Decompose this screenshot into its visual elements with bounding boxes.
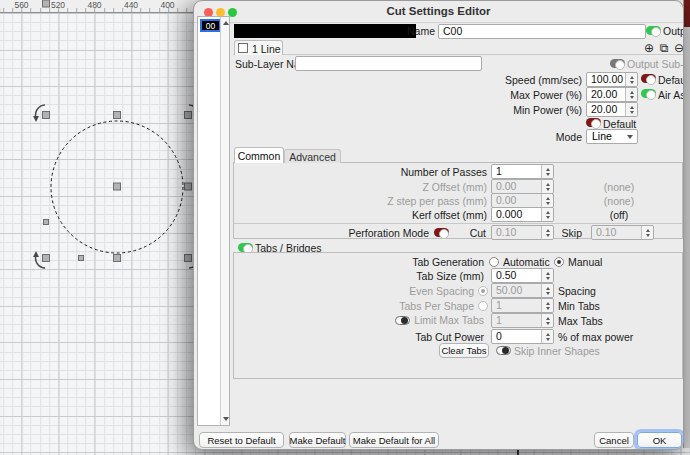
spinner[interactable] (541, 180, 553, 193)
limit-max-tabs-input[interactable]: 1 (491, 313, 554, 328)
selection-overlay (0, 0, 196, 455)
spinner[interactable] (541, 194, 553, 207)
cancel-button[interactable]: Cancel (594, 432, 634, 448)
spinner[interactable] (541, 226, 553, 239)
spinner[interactable] (625, 103, 637, 116)
handle-top-right[interactable] (185, 112, 192, 119)
background-window-titlebar (684, 0, 690, 27)
ok-button[interactable]: OK (637, 432, 682, 448)
cut-settings-editor-dialog: Cut Settings Editor 00 Name C00 Output 1… (193, 0, 684, 450)
limit-max-tabs-row: Limit Max Tabs (395, 314, 484, 326)
even-spacing-radio[interactable] (478, 286, 488, 296)
speed-default-toggle[interactable] (641, 74, 656, 83)
z-step-label: Z step per pass (mm) (387, 194, 487, 208)
sublayer-tab[interactable]: 1 Line (234, 40, 283, 55)
handle-center[interactable] (114, 183, 121, 190)
limit-max-tabs-toggle[interactable] (395, 316, 410, 325)
handle-mid-left[interactable] (43, 0, 50, 7)
handle-bottom-right[interactable] (185, 255, 192, 262)
min-power-label: Min Power (%) (513, 103, 582, 117)
cut-input[interactable]: 0.10 (491, 225, 554, 240)
skip-inner-shapes-toggle[interactable] (496, 346, 511, 355)
perforation-divider (234, 223, 682, 224)
handle-mid-right[interactable] (185, 183, 192, 190)
handle-bottom-left[interactable] (43, 255, 50, 262)
z-offset-status: (none) (592, 180, 646, 194)
automatic-label: Automatic (503, 255, 550, 269)
sublayer-name-input[interactable] (295, 56, 482, 71)
spinner[interactable] (625, 73, 637, 86)
output-label: Output (663, 24, 684, 38)
even-spacing-label: Even Spacing (409, 284, 474, 298)
add-sublayer-icon[interactable]: ⊕ (642, 41, 656, 55)
passes-input[interactable]: 1 (491, 164, 554, 179)
power-default-toggle[interactable] (586, 118, 601, 127)
spinner[interactable] (541, 165, 553, 178)
tab-size-input[interactable]: 0.50 (491, 268, 554, 283)
spinner[interactable] (541, 269, 553, 282)
remove-sublayer-icon[interactable]: ⊖ (672, 41, 684, 55)
tabs-per-shape-radio[interactable] (478, 301, 488, 311)
tabs-per-shape-input[interactable]: 1 (491, 298, 554, 313)
z-step-input[interactable]: 0.00 (491, 193, 554, 208)
scroll-down-icon[interactable] (223, 417, 229, 421)
reset-to-default-button[interactable]: Reset to Default (199, 432, 284, 448)
kerf-input[interactable]: 0.000 (491, 207, 554, 222)
handle-shear-bottom[interactable] (79, 256, 84, 261)
kerf-label: Kerf offset (mm) (412, 208, 487, 222)
clear-tabs-button[interactable]: Clear Tabs (439, 343, 489, 358)
output-toggle[interactable] (646, 26, 661, 35)
skip-input[interactable]: 0.10 (591, 225, 654, 240)
spinner[interactable] (625, 88, 637, 101)
layer-color-swatch[interactable] (234, 24, 416, 38)
layer-list-item-00[interactable]: 00 (200, 19, 221, 32)
sublayer-visible-checkbox[interactable] (238, 43, 248, 53)
kerf-status: (off) (592, 208, 646, 222)
name-label: Name (407, 24, 435, 38)
name-input[interactable]: C00 (438, 24, 646, 39)
scroll-up-icon[interactable] (223, 21, 229, 25)
tab-advanced[interactable]: Advanced (284, 149, 341, 163)
spinner[interactable] (541, 284, 553, 297)
spinner[interactable] (541, 314, 553, 327)
tab-common[interactable]: Common (234, 147, 284, 163)
layer-list-scrollbar[interactable] (220, 17, 229, 425)
selection-handles[interactable] (43, 0, 192, 262)
handle-top-left[interactable] (43, 112, 50, 119)
tab-generation-label: Tab Generation (412, 255, 484, 269)
make-default-button[interactable]: Make Default (289, 432, 346, 448)
spinner[interactable] (541, 299, 553, 312)
automatic-radio[interactable] (489, 257, 499, 267)
cut-label: Cut (470, 226, 486, 240)
output-sublayer-toggle[interactable] (610, 59, 625, 68)
layer-list[interactable]: 00 (197, 16, 230, 426)
spinner[interactable] (541, 208, 553, 221)
manual-radio[interactable] (554, 257, 564, 267)
background-window-edge (683, 0, 690, 448)
max-power-input[interactable]: 20.00 (586, 87, 638, 102)
spacing-label: Spacing (558, 284, 596, 298)
sublayer-tab-divider (233, 54, 683, 55)
dialog-titlebar[interactable]: Cut Settings Editor (194, 1, 683, 23)
z-offset-input[interactable]: 0.00 (491, 179, 554, 194)
handle-top-center[interactable] (114, 112, 121, 119)
make-default-for-all-button[interactable]: Make Default for All (349, 432, 439, 448)
duplicate-sublayer-icon[interactable]: ⧉ (657, 41, 671, 55)
handle-bottom-center[interactable] (114, 255, 121, 262)
air-assist-toggle[interactable] (641, 89, 656, 98)
tabs-per-shape-label: Tabs Per Shape (399, 299, 474, 313)
tabs-bridges-toggle[interactable] (238, 243, 253, 252)
min-tabs-label: Min Tabs (558, 299, 600, 313)
mode-dropdown[interactable]: Line (586, 129, 638, 144)
speed-input[interactable]: 100.00 (586, 72, 638, 87)
spinner[interactable] (541, 330, 553, 343)
handle-shear-left[interactable] (44, 220, 49, 225)
tab-cut-power-label: Tab Cut Power (415, 330, 484, 344)
even-spacing-input[interactable]: 50.00 (491, 283, 554, 298)
perforation-toggle[interactable] (434, 228, 449, 237)
min-power-input[interactable]: 20.00 (586, 102, 638, 117)
spinner[interactable] (641, 226, 653, 239)
mode-label: Mode (556, 130, 582, 144)
tab-cut-power-input[interactable]: 0 (491, 329, 554, 344)
max-tabs-label: Max Tabs (558, 314, 603, 328)
